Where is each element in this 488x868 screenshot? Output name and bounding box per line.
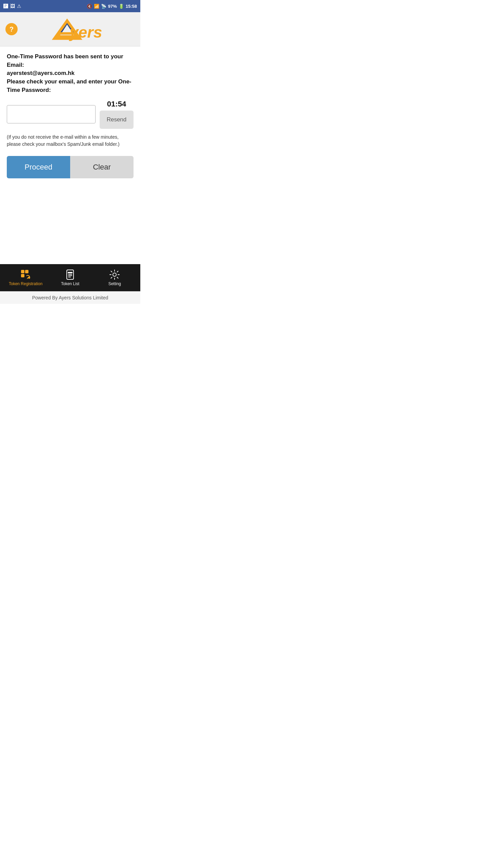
action-buttons: Proceed Clear — [7, 156, 134, 178]
signal-icon: 📡 — [101, 4, 106, 9]
clear-button[interactable]: Clear — [70, 156, 134, 178]
svg-text:yers: yers — [69, 23, 102, 41]
token-registration-icon — [20, 269, 31, 280]
footer-text: Powered By Ayers Solutions Limited — [32, 295, 108, 300]
svg-rect-6 — [25, 270, 28, 273]
status-bar-left: 🅿 🖼 ⚠ — [3, 3, 21, 9]
footer: Powered By Ayers Solutions Limited — [0, 291, 140, 304]
help-icon: ? — [9, 25, 14, 33]
email-address: ayerstest@ayers.com.hk — [7, 70, 75, 76]
wifi-icon: 📶 — [94, 4, 99, 9]
nav-token-list[interactable]: Token List — [48, 269, 92, 286]
app-header: ? yers — [0, 12, 140, 46]
otp-input[interactable] — [7, 105, 96, 123]
spam-notice: (If you do not receive the e-mail within… — [7, 134, 134, 148]
status-bar: 🅿 🖼 ⚠ 🔇 📶 📡 97% 🔋 15:58 — [0, 0, 140, 12]
bottom-nav: Token Registration Token List Setting — [0, 264, 140, 291]
otp-input-row: 01:54 Resend — [7, 100, 134, 129]
ayers-logo: yers — [27, 17, 113, 41]
otp-description: One-Time Password has been sent to your … — [7, 53, 134, 94]
proceed-button[interactable]: Proceed — [7, 156, 70, 178]
nav-token-registration-label: Token Registration — [9, 281, 42, 286]
setting-icon — [109, 269, 120, 280]
countdown-timer: 01:54 — [107, 100, 126, 108]
nav-setting-label: Setting — [108, 281, 121, 286]
nav-token-list-label: Token List — [61, 281, 79, 286]
mute-icon: 🔇 — [87, 4, 92, 9]
app1-icon: 🅿 — [3, 3, 8, 9]
svg-rect-11 — [68, 275, 72, 276]
main-content: One-Time Password has been sent to your … — [0, 46, 140, 264]
svg-point-14 — [113, 273, 116, 276]
otp-right-panel: 01:54 Resend — [100, 100, 134, 129]
image-icon: 🖼 — [10, 3, 15, 9]
token-list-icon — [65, 269, 76, 280]
help-button[interactable]: ? — [5, 23, 18, 35]
svg-rect-7 — [21, 274, 24, 277]
resend-button[interactable]: Resend — [100, 111, 134, 129]
battery-icon: 🔋 — [119, 4, 124, 9]
clock: 15:58 — [126, 4, 137, 9]
svg-rect-10 — [68, 274, 72, 275]
svg-rect-5 — [21, 270, 24, 273]
battery-level: 97% — [108, 4, 117, 9]
nav-setting[interactable]: Setting — [93, 269, 137, 286]
svg-rect-12 — [68, 277, 71, 277]
nav-token-registration[interactable]: Token Registration — [3, 269, 48, 286]
status-bar-right: 🔇 📶 📡 97% 🔋 15:58 — [87, 4, 137, 9]
warning-icon: ⚠ — [17, 3, 21, 9]
svg-rect-13 — [68, 272, 73, 273]
